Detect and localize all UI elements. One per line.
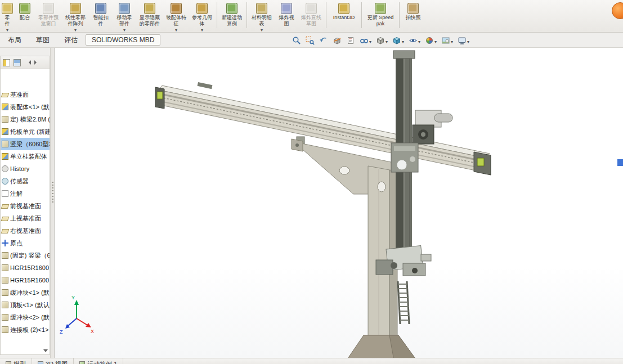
tree-item[interactable]: 传感器: [1, 175, 50, 187]
toolbar-separator: [399, 2, 400, 28]
toolbar-button-bill-of-materials[interactable]: 材料明细表: [249, 1, 274, 30]
tab-3d-views[interactable]: 3D 视图: [32, 358, 74, 364]
toolbar-separator: [246, 2, 247, 28]
tree-item-label: 缓冲块<2> (默: [10, 313, 50, 322]
orientation-triad: Y X Z: [60, 295, 94, 335]
edit-appearance-button[interactable]: [423, 35, 438, 46]
visibility-button[interactable]: [407, 35, 422, 46]
toolbar-button-linear-component-pattern[interactable]: 线性零部件阵列: [62, 1, 88, 30]
tree-item[interactable]: 定) 横梁2.8M (新: [1, 113, 50, 125]
tree-item-label: 装配体<1> (默: [10, 103, 50, 111]
section-view-icon: [333, 36, 342, 45]
tree-item[interactable]: (固定) 竖梁（6: [1, 249, 50, 262]
tree-item[interactable]: 装配体<1> (默: [1, 101, 50, 113]
toolbar-button-smart-fasteners[interactable]: 智能扣件: [89, 1, 112, 30]
tree-item-label: 传感器: [10, 177, 29, 186]
panel-chevron-right-icon[interactable]: [34, 60, 37, 65]
tab-evaluate[interactable]: 评估: [57, 34, 84, 47]
featuremanager-panel: 基准面 装配体<1> (默 定) 横梁2.8M (新 托板单元 (新建 竖梁（6…: [0, 56, 50, 355]
part-icon: [2, 116, 8, 123]
left-panel-column: 基准面 装配体<1> (默 定) 横梁2.8M (新 托板单元 (新建 竖梁（6…: [0, 48, 50, 358]
view-orientation-button[interactable]: [391, 35, 406, 46]
toolbar-item-label: 零 件: [2, 15, 12, 27]
toolbar-button-explode-line-sketch[interactable]: 爆炸直线草图: [299, 1, 324, 30]
tree-item[interactable]: 上视基准面: [1, 212, 50, 224]
toolbar-button-show-hidden-components[interactable]: 显示隐藏的零部件: [137, 1, 163, 30]
tree-item[interactable]: HGR15R1600: [1, 262, 50, 274]
tab-model[interactable]: 模型: [0, 358, 32, 364]
display-style-cube-icon: [376, 36, 385, 45]
tab-layout[interactable]: 布局: [1, 34, 28, 47]
part-icon: [2, 141, 8, 147]
tree-item[interactable]: 注解: [1, 187, 50, 200]
section-view-button[interactable]: [331, 35, 343, 46]
previous-view-button[interactable]: [317, 35, 330, 46]
tab-motion-study[interactable]: 运动算例 1: [74, 358, 123, 364]
dropdown-arrow-icon: [467, 35, 469, 46]
toolbar-item-label: 材料明细表: [251, 15, 272, 27]
toolbar-button-new-motion-study[interactable]: 新建运动算例: [219, 1, 244, 30]
graphics-viewport[interactable]: Y X Z: [55, 48, 623, 358]
sensor-icon: [2, 178, 8, 185]
tab-sketch[interactable]: 草图: [29, 34, 56, 47]
reference-geometry-icon: [196, 3, 208, 14]
display-style-button[interactable]: [374, 35, 389, 46]
toolbar-separator: [326, 2, 326, 28]
tree-item[interactable]: 连接板 (2)<1>: [1, 323, 50, 336]
tree-item[interactable]: HGR15R1600: [1, 274, 50, 286]
toolbar-button-assembly-features[interactable]: 装配体特征: [164, 1, 189, 30]
tree-item[interactable]: 缓冲块<1> (默: [1, 286, 50, 299]
show-hidden-components-icon: [144, 3, 155, 14]
toolbar-button-insert-component[interactable]: 零 件: [1, 1, 14, 30]
tree-item[interactable]: 基准面: [1, 88, 50, 101]
tree-item[interactable]: 顶板<1> (默认: [1, 299, 50, 311]
tree-item[interactable]: 右视基准面: [1, 224, 50, 237]
new-motion-study-icon: [226, 3, 237, 14]
toolbar-button-take-snapshot[interactable]: 拍快照: [402, 1, 424, 30]
toolbar-item-label: 爆炸视图: [277, 15, 296, 27]
tree-item[interactable]: 托板单元 (新建: [1, 125, 50, 138]
tree-item[interactable]: 单立柱装配体: [1, 150, 50, 163]
panel-chevron-left-icon[interactable]: [29, 60, 31, 65]
dropdown-arrow-icon: [434, 35, 437, 46]
part-icon: [2, 264, 8, 271]
toolbar-button-exploded-view[interactable]: 爆炸视图: [275, 1, 298, 30]
zoom-to-fit-button[interactable]: [290, 35, 303, 46]
zoom-to-area-button[interactable]: [304, 35, 316, 46]
model-canvas: Y X Z: [55, 48, 623, 358]
tree-item[interactable]: History: [1, 163, 50, 175]
tree-item-label: 注解: [10, 190, 23, 198]
tree-scroll-down-arrow[interactable]: [43, 349, 48, 352]
toolbar-item-label: 参考几何体: [191, 15, 213, 27]
tree-item-label: 连接板 (2)<1>: [10, 326, 48, 334]
zoom-to-fit-icon: [292, 36, 301, 45]
toolbar-item-label: 零部件预览窗口: [37, 15, 60, 27]
toolbar-button-move-component[interactable]: 移动零部件: [113, 1, 136, 30]
plane-icon: [1, 204, 10, 209]
panel-splitter[interactable]: [50, 48, 55, 358]
toolbar-button-component-preview-window[interactable]: 零部件预览窗口: [35, 1, 61, 30]
featuremanager-tree-tab-icon[interactable]: [3, 59, 10, 66]
energy-chain-part[interactable]: [398, 281, 409, 324]
toolbar-item-label: 智能扣件: [91, 15, 110, 27]
tree-item[interactable]: 原点: [1, 237, 50, 249]
triad-y-label: Y: [71, 295, 75, 300]
toolbar-button-reference-geometry[interactable]: 参考几何体: [190, 1, 214, 30]
annotation-views-button[interactable]: [344, 35, 357, 46]
assembly-features-icon: [171, 3, 182, 14]
plane-icon: [1, 217, 10, 221]
tree-item[interactable]: 前视基准面: [1, 200, 50, 212]
view-orientation-cube-icon: [392, 36, 401, 45]
tab-solidworks-mbd[interactable]: SOLIDWORKS MBD: [86, 34, 160, 46]
toolbar-item-label: 爆炸直线草图: [301, 15, 322, 27]
toolbar-item-label: 装配体特征: [165, 15, 187, 27]
tree-item[interactable]: 竖梁（6060型材: [1, 138, 50, 150]
view-settings-button[interactable]: [456, 35, 471, 46]
toolbar-button-instant3d[interactable]: Instant3D: [329, 1, 359, 30]
hide-show-items-button[interactable]: [358, 35, 373, 46]
apply-scene-button[interactable]: [440, 35, 455, 46]
toolbar-button-update-speedpak[interactable]: 更新 Speedpak: [364, 1, 397, 30]
propertymanager-tab-icon[interactable]: [14, 59, 21, 66]
toolbar-button-mate[interactable]: 配合: [15, 1, 34, 30]
tree-item[interactable]: 缓冲块<2> (默: [1, 311, 50, 323]
